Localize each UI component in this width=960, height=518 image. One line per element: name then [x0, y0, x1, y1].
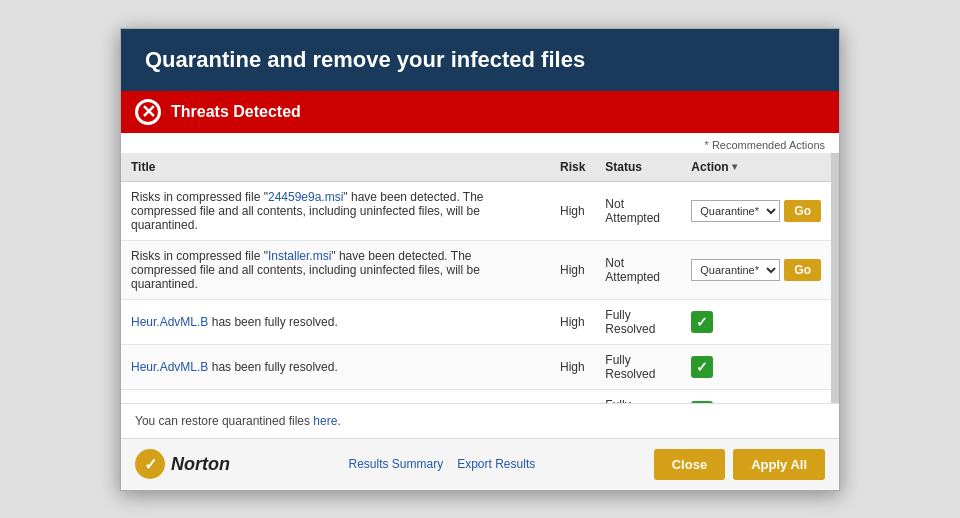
action-dropdown[interactable]: Quarantine*Go [691, 200, 821, 222]
dialog-title: Quarantine and remove your infected file… [145, 47, 815, 73]
threats-x-icon: ✕ [135, 99, 161, 125]
quarantine-select[interactable]: Quarantine* [691, 200, 780, 222]
table-wrapper[interactable]: Title Risk Status Action ▾ Risks in comp… [121, 153, 839, 403]
action-dropdown[interactable]: Quarantine*Go [691, 259, 821, 281]
norton-name: Norton [171, 454, 230, 475]
table-area: * Recommended Actions Title Risk Status … [121, 133, 839, 403]
table-row: Risks in compressed file "24459e9a.msi" … [121, 181, 831, 240]
table-cell-risk: High [550, 181, 595, 240]
col-action: Action ▾ [681, 153, 831, 182]
table-row: Risks in compressed file "Installer.msi"… [121, 240, 831, 299]
table-cell-risk: High [550, 389, 595, 403]
bottom-buttons: Close Apply All [654, 449, 825, 480]
bottom-bar: ✓ Norton Results Summary Export Results … [121, 438, 839, 490]
table-cell-status: Fully Resolved [595, 344, 681, 389]
table-cell-action: ✓ [681, 389, 831, 403]
col-risk: Risk [550, 153, 595, 182]
table-row: Heur.AdvML.B has been fully resolved.Hig… [121, 299, 831, 344]
table-cell-risk: High [550, 299, 595, 344]
go-button[interactable]: Go [784, 200, 821, 222]
table-cell-action[interactable]: Quarantine*Go [681, 240, 831, 299]
table-cell-action: ✓ [681, 299, 831, 344]
threats-bar: ✕ Threats Detected [121, 91, 839, 133]
footer-text-before: You can restore quarantined files [135, 414, 313, 428]
footer-note: You can restore quarantined files here. [121, 403, 839, 438]
footer-text-after: . [337, 414, 340, 428]
results-summary-link[interactable]: Results Summary [349, 457, 444, 471]
close-button[interactable]: Close [654, 449, 725, 480]
threat-link[interactable]: Heur.AdvML.B [131, 315, 208, 329]
table-row: Heur.AdvML.B has been fully resolved.Hig… [121, 344, 831, 389]
bottom-links: Results Summary Export Results [349, 457, 536, 471]
resolved-check-icon: ✓ [691, 356, 713, 378]
table-row: Heur.AdvML.B has been fully resolved.Hig… [121, 389, 831, 403]
table-cell-status: Fully Resolved [595, 299, 681, 344]
table-cell-status: Not Attempted [595, 181, 681, 240]
table-cell-status: Not Attempted [595, 240, 681, 299]
recommended-note: * Recommended Actions [121, 133, 839, 153]
export-results-link[interactable]: Export Results [457, 457, 535, 471]
table-cell-title: Heur.AdvML.B has been fully resolved. [121, 344, 550, 389]
norton-checkmark-icon: ✓ [135, 449, 165, 479]
threats-table: Title Risk Status Action ▾ Risks in comp… [121, 153, 831, 403]
table-cell-title: Risks in compressed file "24459e9a.msi" … [121, 181, 550, 240]
threat-link[interactable]: 24459e9a.msi [268, 190, 343, 204]
threat-link[interactable]: Heur.AdvML.B [131, 360, 208, 374]
col-status: Status [595, 153, 681, 182]
threat-link[interactable]: Installer.msi [268, 249, 331, 263]
dialog-header: Quarantine and remove your infected file… [121, 29, 839, 91]
table-cell-risk: High [550, 240, 595, 299]
table-cell-title: Heur.AdvML.B has been fully resolved. [121, 299, 550, 344]
main-dialog: Quarantine and remove your infected file… [120, 28, 840, 491]
norton-logo: ✓ Norton [135, 449, 230, 479]
col-title: Title [121, 153, 550, 182]
go-button[interactable]: Go [784, 259, 821, 281]
apply-all-button[interactable]: Apply All [733, 449, 825, 480]
table-cell-title: Heur.AdvML.B has been fully resolved. [121, 389, 550, 403]
table-cell-risk: High [550, 344, 595, 389]
quarantine-select[interactable]: Quarantine* [691, 259, 780, 281]
table-cell-status: Fully Resolved [595, 389, 681, 403]
table-cell-action: ✓ [681, 344, 831, 389]
table-cell-title: Risks in compressed file "Installer.msi"… [121, 240, 550, 299]
resolved-check-icon: ✓ [691, 311, 713, 333]
resolved-check-icon: ✓ [691, 401, 713, 403]
threats-label: Threats Detected [171, 103, 301, 121]
action-sort-icon: ▾ [732, 161, 737, 172]
restore-link[interactable]: here [313, 414, 337, 428]
table-cell-action[interactable]: Quarantine*Go [681, 181, 831, 240]
